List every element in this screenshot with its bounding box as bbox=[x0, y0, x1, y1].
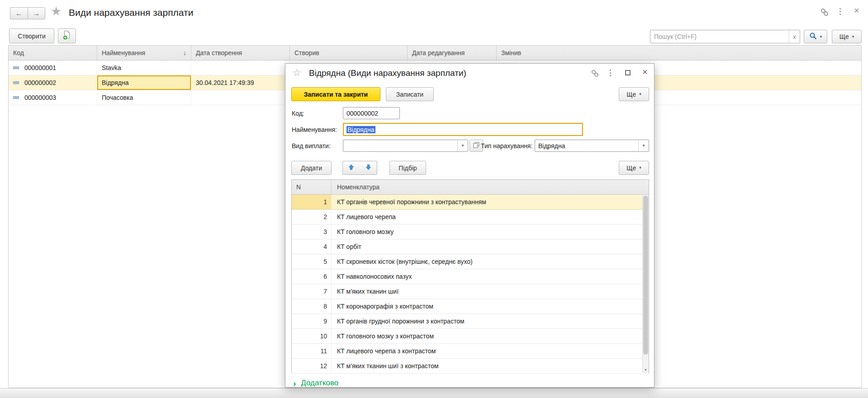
table-row[interactable]: 9 КТ органів грудної порожнини з контрас… bbox=[292, 314, 649, 329]
maximize-icon[interactable] bbox=[625, 70, 631, 75]
column-header-editor[interactable]: Змінив bbox=[497, 46, 861, 60]
chevron-down-icon: ▾ bbox=[639, 92, 641, 96]
column-header-item[interactable]: Номенклатура bbox=[332, 180, 649, 194]
search-input[interactable] bbox=[650, 30, 789, 43]
chevron-down-icon[interactable]: ▾ bbox=[457, 140, 468, 151]
choose-from-list-icon bbox=[473, 142, 479, 150]
table-more-button[interactable]: Ще ▾ bbox=[619, 161, 649, 175]
code-label: Код: bbox=[292, 110, 304, 117]
vertical-scrollbar[interactable]: ▾ bbox=[642, 195, 649, 373]
code-field[interactable]: 000000002 bbox=[343, 107, 400, 119]
payment-type-combo[interactable]: ▾ bbox=[343, 140, 468, 152]
nav-buttons: ← → bbox=[10, 7, 45, 19]
back-button[interactable]: ← bbox=[10, 7, 28, 19]
table-row[interactable]: 11 КТ лицевого черепа з контрастом bbox=[292, 344, 649, 359]
table-row[interactable]: 12 КТ м'яких тканин шиї з контрастом bbox=[292, 359, 649, 374]
create-button[interactable]: Створити bbox=[9, 28, 54, 43]
table-row[interactable]: 4 КТ орбіт bbox=[292, 239, 649, 254]
scrollbar-thumb[interactable] bbox=[643, 196, 648, 355]
page-title: Види нарахування зарплати bbox=[69, 7, 193, 18]
chevron-down-icon[interactable]: ▾ bbox=[638, 140, 649, 151]
chevron-down-icon: ▾ bbox=[820, 35, 822, 39]
table-header: N Номенклатура bbox=[292, 180, 649, 195]
column-header-code[interactable]: Код bbox=[9, 46, 97, 60]
column-header-created[interactable]: Дата створення bbox=[191, 46, 290, 60]
table-row[interactable]: 5 КТ скроневих кісток (внутрішнє, середн… bbox=[292, 254, 649, 269]
move-up-button[interactable] bbox=[342, 161, 360, 175]
search-icon bbox=[809, 32, 817, 41]
chevron-down-icon: ▾ bbox=[852, 35, 854, 39]
arrow-down-icon bbox=[365, 164, 372, 172]
close-icon[interactable]: × bbox=[854, 6, 859, 15]
arrow-up-icon bbox=[348, 164, 355, 172]
search-clear-icon[interactable]: x bbox=[789, 30, 800, 43]
favorite-star-icon[interactable]: ★ bbox=[51, 5, 62, 18]
payment-type-label: Вид виплати: bbox=[292, 142, 331, 150]
sort-descending-icon: ↓ bbox=[183, 49, 186, 56]
scroll-down-icon[interactable]: ▾ bbox=[643, 366, 649, 373]
forward-button[interactable]: → bbox=[28, 7, 45, 19]
search-box: x bbox=[650, 30, 800, 43]
table-row[interactable]: 10 КТ головного мозку з контрастом bbox=[292, 329, 649, 344]
table-row[interactable]: 8 КТ коронарографія з контрастом bbox=[292, 299, 649, 314]
table-row-selected[interactable]: 1 КТ органів черевної порожнини з контра… bbox=[292, 195, 649, 210]
back-arrow-icon: ← bbox=[15, 9, 23, 18]
dialog-title: Відрядна (Види нарахування зарплати) bbox=[309, 68, 466, 78]
column-header-n[interactable]: N bbox=[292, 180, 332, 194]
list-more-button[interactable]: Ще ▾ bbox=[832, 30, 862, 43]
table-row[interactable]: 7 КТ м'яких тканин шиї bbox=[292, 284, 649, 299]
name-label: Найменування: bbox=[292, 126, 337, 133]
chevron-down-icon: ▾ bbox=[639, 166, 641, 170]
active-cell[interactable]: Відрядна bbox=[97, 75, 191, 90]
link-icon[interactable] bbox=[590, 69, 600, 80]
column-header-name[interactable]: Найменування ↓ bbox=[97, 46, 191, 60]
favorite-star-icon[interactable]: ☆ bbox=[293, 68, 301, 77]
nomenclature-table: N Номенклатура 1 КТ органів черевної пор… bbox=[291, 179, 649, 373]
dialog-more-button[interactable]: Ще ▾ bbox=[619, 87, 649, 101]
more-menu-icon[interactable] bbox=[610, 70, 611, 76]
accrual-item-dialog: ☆ Відрядна (Види нарахування зарплати) ×… bbox=[285, 63, 655, 388]
chevron-right-icon: › bbox=[293, 379, 296, 388]
table-row[interactable]: 2 КТ лицевого черепа bbox=[292, 210, 649, 225]
additional-section-link[interactable]: › Додатково bbox=[293, 379, 338, 388]
more-menu-icon[interactable] bbox=[840, 8, 841, 15]
selected-text: Відрядна bbox=[346, 126, 375, 133]
save-button[interactable]: Записати bbox=[386, 87, 434, 101]
accrual-type-label: Тип нарахування: bbox=[481, 142, 532, 150]
forward-arrow-icon: → bbox=[33, 9, 40, 18]
accrual-type-combo[interactable]: Відрядна ▾ bbox=[535, 140, 649, 152]
link-icon[interactable] bbox=[820, 7, 830, 19]
copy-document-icon bbox=[62, 30, 72, 42]
table-row[interactable]: 3 КТ головного мозку bbox=[292, 225, 649, 239]
column-header-author[interactable]: Створив bbox=[290, 46, 408, 60]
column-header-edited[interactable]: Дата редагування bbox=[408, 46, 497, 60]
catalog-item-icon bbox=[13, 66, 19, 69]
add-row-button[interactable]: Додати bbox=[291, 161, 332, 175]
horizontal-scrollbar[interactable] bbox=[0, 388, 868, 398]
save-and-close-button[interactable]: Записати та закрити bbox=[291, 87, 380, 101]
catalog-item-icon bbox=[13, 81, 19, 84]
table-row[interactable]: 6 КТ навколоносових пазух bbox=[292, 269, 649, 284]
move-down-button[interactable] bbox=[360, 161, 377, 175]
create-by-copy-button[interactable] bbox=[58, 28, 76, 43]
name-field[interactable]: Відрядна bbox=[343, 123, 583, 136]
search-button[interactable]: ▾ bbox=[804, 30, 827, 43]
catalog-item-icon bbox=[13, 96, 19, 99]
pick-button[interactable]: Підбір bbox=[389, 161, 426, 175]
close-icon[interactable]: × bbox=[642, 67, 648, 76]
list-header: Код Найменування ↓ Дата створення Створи… bbox=[9, 46, 861, 61]
